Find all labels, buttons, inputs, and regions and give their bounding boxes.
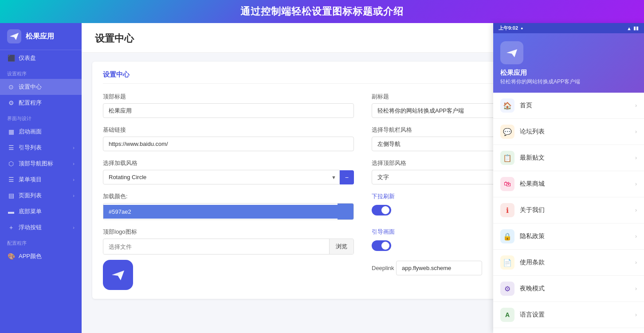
sidebar-label-guide: 引导列表 (19, 144, 42, 152)
phone-about-icon: ℹ (500, 203, 514, 217)
phone-status-bar: 上午9:02 ● ▲ ▮▮ (493, 23, 644, 33)
phone-signal-label: ● (521, 26, 523, 31)
sidebar-item-bottom-menu[interactable]: ▬ 底部菜单 (0, 204, 82, 219)
sidebar-label-page: 页面列表 (19, 192, 42, 200)
phone-menu-item-store[interactable]: 🛍 松果商城 › (493, 171, 644, 197)
configure-icon: ⚙ (7, 99, 15, 107)
deeplink-input[interactable] (396, 261, 482, 275)
sidebar-item-dashboard[interactable]: ⬛ 仪表盘 (0, 50, 82, 66)
phone-terms-icon: 📄 (500, 255, 514, 270)
phone-menu-item-privacy[interactable]: 🔒 隐私政策 › (493, 223, 644, 250)
privacy-arrow-icon: › (635, 233, 637, 239)
battery-icon: ▮▮ (633, 25, 639, 31)
phone-post-icon: 📋 (500, 151, 514, 165)
sidebar-section-design: 界面与设计 (0, 111, 82, 124)
terms-arrow-icon: › (635, 259, 637, 266)
phone-menu-item-language[interactable]: A 语言设置 › (493, 302, 644, 328)
sidebar-item-splash[interactable]: ▦ 启动画面 (0, 124, 82, 140)
sidebar-item-label-dashboard: 仪表盘 (19, 54, 36, 62)
load-style-select-wrapper: Rotating Circle ▼ − (103, 170, 354, 184)
sidebar-item-float-btn[interactable]: + 浮动按钮 › (0, 219, 82, 235)
sidebar-item-app-color[interactable]: 🎨 APP颜色 (0, 248, 82, 264)
phone-menu-label-language: 语言设置 (520, 311, 635, 319)
home-arrow-icon: › (635, 102, 637, 109)
phone-forum-icon: 💬 (500, 125, 514, 139)
phone-menu-label-about: 关于我们 (520, 206, 635, 214)
dashboard-icon: ⬛ (7, 54, 15, 62)
phone-time: 上午9:02 (499, 25, 518, 31)
form-group-load-color: 加载颜色: (103, 192, 354, 220)
phone-app-logo (500, 41, 523, 64)
phone-menu-label-store: 松果商城 (520, 180, 635, 188)
guide-screen-toggle[interactable] (372, 240, 391, 251)
wifi-icon: ▲ (627, 26, 632, 31)
phone-menu-label-forum: 论坛列表 (520, 128, 635, 136)
phone-menu-item-about2[interactable]: 👤 关于我们 › (493, 328, 644, 333)
phone-home-icon: 🏠 (500, 98, 514, 113)
base-url-input[interactable] (103, 137, 354, 151)
phone-night-icon: ⚙ (500, 282, 514, 296)
phone-menu-label-terms: 使用条款 (520, 259, 635, 266)
sidebar-item-label-configure: 配置程序 (19, 99, 42, 107)
sidebar-label-menu: 菜单项目 (19, 176, 42, 184)
logo-preview (103, 260, 133, 290)
sidebar: 松果应用 ⬛ 仪表盘 设置程序 ⊙ 设置中心 ⚙ 配置程序 界面与设计 ▦ 启动… (0, 23, 82, 333)
form-group-top-logo: 顶部logo图标 浏览 (103, 228, 354, 290)
phone-menu-item-terms[interactable]: 📄 使用条款 › (493, 250, 644, 276)
float-btn-icon: + (7, 223, 15, 231)
load-style-minus-button[interactable]: − (340, 170, 354, 184)
app-color-icon: 🎨 (7, 252, 15, 260)
pull-refresh-slider (372, 205, 391, 215)
color-picker-icon (342, 208, 349, 215)
color-text-input[interactable] (103, 205, 338, 219)
sidebar-item-settings-center[interactable]: ⊙ 设置中心 (0, 79, 82, 95)
load-style-select[interactable]: Rotating Circle (103, 170, 340, 184)
guide-screen-slider (372, 240, 391, 251)
night-arrow-icon: › (635, 286, 637, 292)
phone-menu-label-home: 首页 (520, 102, 635, 110)
file-text-input[interactable] (103, 240, 329, 254)
phone-menu-item-post[interactable]: 📋 最新贴文 › (493, 145, 644, 171)
load-style-label: 选择加载风格 (103, 159, 354, 167)
settings-center-icon: ⊙ (7, 83, 15, 91)
page-arrow-icon: › (73, 193, 75, 198)
phone-menu-item-about[interactable]: ℹ 关于我们 › (493, 197, 644, 223)
sidebar-item-configure[interactable]: ⚙ 配置程序 (0, 95, 82, 111)
sidebar-item-guide-list[interactable]: ☰ 引导列表 › (0, 140, 82, 156)
sidebar-item-page-list[interactable]: ▤ 页面列表 › (0, 188, 82, 204)
main-layout: 松果应用 ⬛ 仪表盘 设置程序 ⊙ 设置中心 ⚙ 配置程序 界面与设计 ▦ 启动… (0, 23, 644, 333)
color-swatch[interactable] (338, 204, 353, 219)
deeplink-label: Deeplink (372, 265, 394, 271)
logo-preview-icon (109, 266, 127, 284)
guide-arrow-icon: › (73, 145, 75, 150)
pull-refresh-toggle[interactable] (372, 205, 391, 215)
float-arrow-icon: › (73, 225, 75, 230)
phone-status-icons: ▲ ▮▮ (627, 25, 639, 31)
form-group-top-title: 顶部标题 (103, 93, 354, 118)
phone-store-icon: 🛍 (500, 177, 514, 191)
top-nav-arrow-icon: › (73, 161, 75, 166)
phone-menu-item-home[interactable]: 🏠 首页 › (493, 93, 644, 119)
phone-menu-label-night: 夜晚模式 (520, 285, 635, 293)
phone-menu-item-night[interactable]: ⚙ 夜晚模式 › (493, 276, 644, 302)
menu-arrow-icon: › (73, 177, 75, 182)
phone-menu-item-forum[interactable]: 💬 论坛列表 › (493, 119, 644, 145)
top-title-input[interactable] (103, 103, 354, 118)
base-url-label: 基础链接 (103, 126, 354, 134)
top-title-label: 顶部标题 (103, 93, 354, 101)
bottom-menu-icon: ▬ (7, 208, 15, 215)
sidebar-item-top-nav-icon[interactable]: ⬡ 顶部导航图标 › (0, 156, 82, 172)
banner-text: 通过控制端轻松设置图标标题或介绍 (240, 5, 404, 18)
post-arrow-icon: › (635, 155, 637, 161)
browse-button[interactable]: 浏览 (329, 239, 353, 254)
sidebar-app-name: 松果应用 (26, 32, 54, 41)
sidebar-label-color: APP颜色 (19, 252, 42, 260)
sidebar-item-menu-items[interactable]: ☰ 菜单项目 › (0, 172, 82, 188)
top-banner: 通过控制端轻松设置图标标题或介绍 (0, 0, 644, 23)
phone-panel: 上午9:02 ● ▲ ▮▮ 松果应用 轻松将你的网站转换成APP客户端 🏠 (493, 23, 644, 333)
phone-app-desc: 轻松将你的网站转换成APP客户端 (500, 78, 580, 86)
sidebar-section-config: 配置程序 (0, 235, 82, 248)
about-arrow-icon: › (635, 207, 637, 213)
svg-rect-3 (342, 208, 349, 215)
phone-menu-label-post: 最新贴文 (520, 154, 635, 162)
